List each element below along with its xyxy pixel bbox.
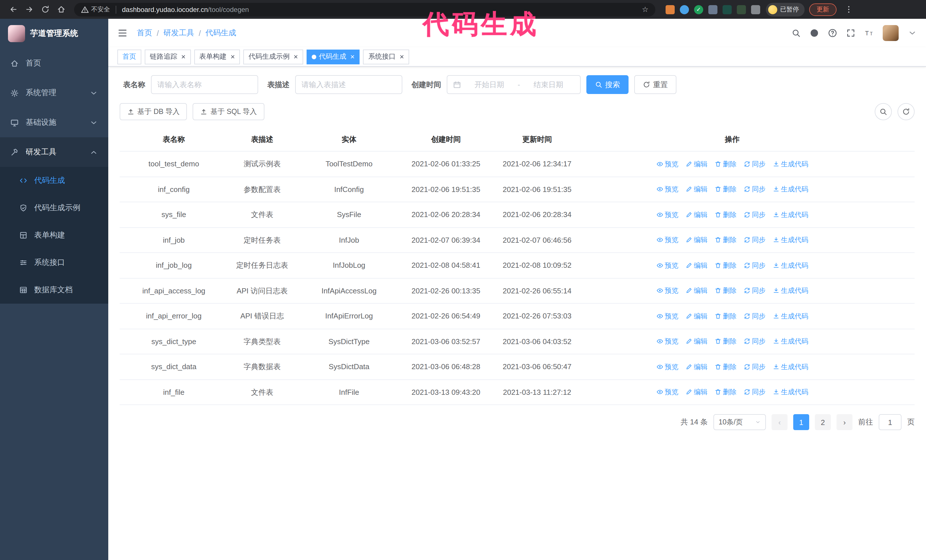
action-edit[interactable]: 编辑 [685,184,707,195]
action-edit[interactable]: 编辑 [685,210,707,220]
tab-form-builder[interactable]: 表单构建× [194,49,240,64]
close-icon[interactable]: × [230,53,235,60]
goto-page-input[interactable] [879,414,902,430]
action-preview[interactable]: 预览 [656,337,678,347]
github-icon[interactable] [810,29,819,38]
table-desc-input[interactable] [295,75,402,94]
breadcrumb-item[interactable]: 首页 [137,28,152,38]
date-range-picker[interactable]: 开始日期 - 结束日期 [447,75,581,94]
action-sync[interactable]: 同步 [743,184,766,195]
avatar-caret-icon[interactable] [908,29,917,38]
sidebar-subitem-system-api[interactable]: 系统接口 [0,249,108,276]
toggle-search-button[interactable] [875,103,892,120]
action-preview[interactable]: 预览 [656,184,678,195]
action-preview[interactable]: 预览 [656,311,678,321]
import-db-button[interactable]: 基于 DB 导入 [120,103,187,120]
ext-check-icon[interactable]: ✓ [694,5,703,14]
action-preview[interactable]: 预览 [656,210,678,220]
action-preview[interactable]: 预览 [656,235,678,245]
action-generate-code[interactable]: 生成代码 [772,159,808,169]
action-sync[interactable]: 同步 [743,311,766,321]
import-sql-button[interactable]: 基于 SQL 导入 [193,103,265,120]
back-icon[interactable] [6,2,21,17]
action-delete[interactable]: 删除 [714,260,737,270]
browser-menu-kebab-icon[interactable] [841,2,856,17]
action-generate-code[interactable]: 生成代码 [772,286,808,296]
action-delete[interactable]: 删除 [714,311,737,321]
search-button[interactable]: 搜索 [586,75,628,94]
search-icon[interactable] [791,29,800,38]
action-sync[interactable]: 同步 [743,159,766,169]
ext-leaf-icon[interactable] [737,5,746,14]
action-edit[interactable]: 编辑 [685,387,707,397]
action-preview[interactable]: 预览 [656,159,678,169]
action-generate-code[interactable]: 生成代码 [772,387,808,397]
action-sync[interactable]: 同步 [743,260,766,270]
action-delete[interactable]: 删除 [714,337,737,347]
ext-wallet-icon[interactable] [723,5,732,14]
address-bar[interactable]: 不安全 dashboard.yudao.iocoder.cn/tool/code… [74,3,655,16]
action-edit[interactable]: 编辑 [685,286,707,296]
action-edit[interactable]: 编辑 [685,260,707,270]
fullscreen-icon[interactable] [846,29,855,38]
user-avatar[interactable] [883,25,899,41]
tab-home[interactable]: 首页 [117,49,141,64]
action-preview[interactable]: 预览 [656,286,678,296]
action-preview[interactable]: 预览 [656,387,678,397]
action-delete[interactable]: 删除 [714,159,737,169]
bookmark-star-icon[interactable]: ☆ [642,5,649,14]
action-sync[interactable]: 同步 [743,210,766,220]
chrome-update-button[interactable]: 更新 [809,3,837,16]
action-sync[interactable]: 同步 [743,286,766,296]
breadcrumb-item[interactable]: 代码生成 [206,28,236,38]
breadcrumb-item[interactable]: 研发工具 [163,28,194,38]
page-button-2[interactable]: 2 [815,414,831,430]
refresh-button[interactable] [897,103,915,120]
sidebar-subitem-codegen-demo[interactable]: 代码生成示例 [0,194,108,222]
action-generate-code[interactable]: 生成代码 [772,311,808,321]
close-icon[interactable]: × [181,53,186,60]
tab-codegen-demo[interactable]: 代码生成示例× [243,49,303,64]
action-delete[interactable]: 删除 [714,387,737,397]
close-icon[interactable]: × [400,53,404,60]
reset-button[interactable]: 重置 [634,75,676,94]
close-icon[interactable]: × [294,53,298,60]
sidebar-item-system[interactable]: 系统管理 [0,78,108,108]
sidebar-subitem-codegen[interactable]: 代码生成 [0,167,108,194]
action-delete[interactable]: 删除 [714,235,737,245]
tab-system-api[interactable]: 系统接口× [363,49,409,64]
prev-page-button[interactable]: ‹ [772,414,788,430]
ext-puzzle-icon[interactable] [751,5,760,14]
action-delete[interactable]: 删除 [714,362,737,372]
action-sync[interactable]: 同步 [743,337,766,347]
table-name-input[interactable] [151,75,258,94]
profile-paused-badge[interactable]: 已暂停 [766,3,805,16]
action-generate-code[interactable]: 生成代码 [772,235,808,245]
action-generate-code[interactable]: 生成代码 [772,260,808,270]
action-generate-code[interactable]: 生成代码 [772,184,808,195]
close-icon[interactable]: × [351,53,355,60]
action-delete[interactable]: 删除 [714,286,737,296]
help-icon[interactable] [828,29,837,38]
action-generate-code[interactable]: 生成代码 [772,337,808,347]
action-edit[interactable]: 编辑 [685,337,707,347]
tab-tracer[interactable]: 链路追踪× [145,49,191,64]
sidebar-subitem-form-builder[interactable]: 表单构建 [0,222,108,249]
ext-drop-icon[interactable] [680,5,689,14]
sidebar-item-home[interactable]: 首页 [0,48,108,78]
app-logo[interactable]: 芋道管理系统 [0,19,108,48]
sidebar-subitem-db-doc[interactable]: 数据库文档 [0,276,108,303]
sidebar-item-devtools[interactable]: 研发工具 [0,137,108,167]
ext-people-icon[interactable] [708,5,717,14]
action-generate-code[interactable]: 生成代码 [772,362,808,372]
action-edit[interactable]: 编辑 [685,235,707,245]
page-button-1[interactable]: 1 [793,414,809,430]
action-preview[interactable]: 预览 [656,260,678,270]
action-delete[interactable]: 删除 [714,184,737,195]
action-edit[interactable]: 编辑 [685,159,707,169]
action-preview[interactable]: 预览 [656,362,678,372]
font-size-icon[interactable]: TT [864,29,873,38]
next-page-button[interactable]: › [837,414,852,430]
browser-home-icon[interactable] [54,2,68,17]
forward-icon[interactable] [22,2,36,17]
